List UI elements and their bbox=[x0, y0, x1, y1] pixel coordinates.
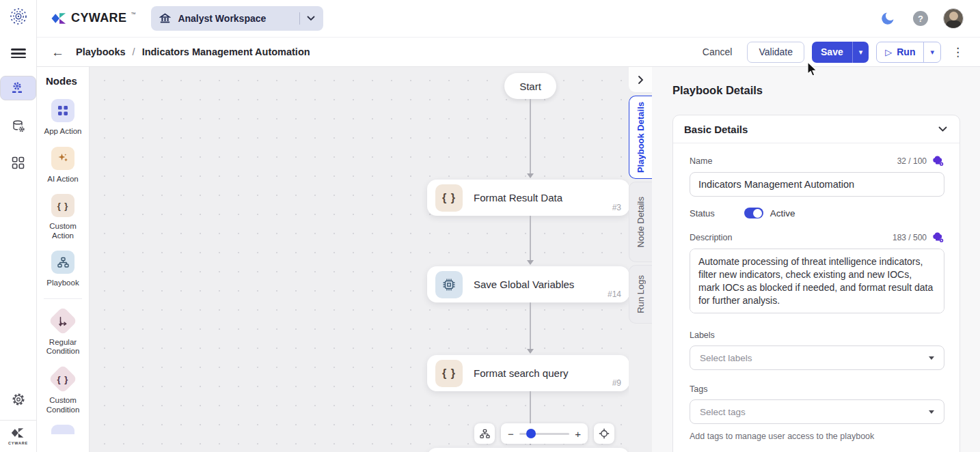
workspace-label: Analyst Workspace bbox=[178, 13, 299, 24]
edge-connector bbox=[530, 302, 531, 349]
select-caret-icon bbox=[929, 410, 934, 414]
tags-select[interactable]: Select tags bbox=[690, 399, 944, 424]
fit-view-button[interactable] bbox=[594, 423, 614, 444]
status-toggle[interactable] bbox=[744, 208, 763, 218]
help-icon[interactable]: ? bbox=[910, 8, 931, 29]
canvas-node-format-search-query[interactable]: { } Format search query #9 bbox=[427, 355, 629, 391]
select-caret-icon bbox=[929, 356, 934, 360]
labels-placeholder: Select labels bbox=[700, 353, 752, 363]
status-label: Status bbox=[690, 208, 715, 218]
palette-item-ai-action[interactable]: AI Action bbox=[40, 147, 86, 184]
nodes-palette: Nodes App Action bbox=[37, 67, 90, 452]
palette-item-label: App Action bbox=[44, 127, 82, 137]
playbook-details-panel: Playbook Details Basic Details Name 32 /… bbox=[652, 67, 980, 452]
tab-run-logs[interactable]: Run Logs bbox=[629, 265, 652, 324]
tags-helper-text: Add tags to manage user access to the pl… bbox=[690, 432, 944, 441]
side-tabstrip: Playbook Details Node Details Run Logs bbox=[629, 67, 652, 452]
status-value: Active bbox=[770, 208, 795, 218]
user-avatar[interactable] bbox=[943, 8, 964, 29]
workspace-selector[interactable]: Analyst Workspace bbox=[151, 6, 323, 31]
zoom-out-button[interactable]: − bbox=[508, 429, 514, 439]
labels-select[interactable]: Select labels bbox=[690, 345, 944, 370]
save-button[interactable]: Save bbox=[812, 46, 852, 57]
more-options-kebab-icon[interactable]: ⋮ bbox=[949, 45, 966, 59]
palette-item-app-action[interactable]: App Action bbox=[40, 99, 86, 137]
playbook-hierarchy-icon bbox=[51, 251, 74, 274]
play-icon: ▷ bbox=[885, 47, 892, 57]
canvas-node-partial[interactable] bbox=[427, 448, 629, 452]
edge-connector bbox=[530, 216, 531, 260]
basic-details-accordion-header[interactable]: Basic Details bbox=[673, 115, 959, 143]
name-label: Name bbox=[690, 156, 712, 166]
zoom-slider-track[interactable] bbox=[519, 433, 569, 435]
edge-arrowhead bbox=[527, 349, 534, 354]
run-button[interactable]: ▷ Run bbox=[877, 46, 923, 57]
brand-name: CYWARE bbox=[71, 11, 126, 25]
name-input[interactable] bbox=[690, 172, 944, 197]
tab-node-details[interactable]: Node Details bbox=[629, 182, 652, 262]
hamburger-menu-icon[interactable] bbox=[11, 46, 26, 61]
braces-icon: { } bbox=[435, 360, 463, 387]
brand-trademark: ™ bbox=[131, 12, 135, 16]
braces-icon: { } bbox=[435, 184, 463, 212]
edge-arrowhead bbox=[527, 260, 534, 265]
zoom-slider-card: − + bbox=[501, 423, 588, 444]
node-title: Save Global Variables bbox=[474, 279, 574, 290]
sidebar-item-automation[interactable] bbox=[0, 76, 36, 100]
canvas-controls: − + bbox=[474, 423, 614, 444]
node-title: Format search query bbox=[474, 367, 568, 379]
run-split-button[interactable]: ▷ Run ▾ bbox=[876, 42, 941, 63]
collapse-panel-chevron-icon[interactable] bbox=[629, 67, 652, 93]
save-split-button[interactable]: Save ▾ bbox=[812, 42, 869, 63]
sidebar-item-apps[interactable] bbox=[8, 152, 29, 174]
zoom-in-button[interactable]: + bbox=[575, 429, 581, 439]
custom-condition-braces-icon: { } bbox=[49, 365, 77, 393]
run-label: Run bbox=[897, 46, 915, 57]
cyware-logo-mark bbox=[51, 11, 67, 27]
palette-item-custom-action[interactable]: { } Custom Action bbox=[40, 194, 86, 240]
auto-layout-button[interactable] bbox=[474, 423, 495, 444]
accordion-chevron-icon bbox=[938, 126, 947, 132]
ai-assist-icon[interactable] bbox=[932, 155, 944, 167]
chip-icon bbox=[435, 271, 463, 298]
playbook-canvas[interactable]: Start { } Format Result Data #3 Save bbox=[90, 67, 629, 452]
canvas-node-format-result-data[interactable]: { } Format Result Data #3 bbox=[427, 180, 629, 216]
palette-item-custom-condition[interactable]: { } Custom Condition bbox=[40, 367, 86, 414]
node-title: Format Result Data bbox=[474, 192, 562, 203]
dark-mode-moon-icon[interactable] bbox=[877, 8, 898, 29]
left-rail: CYWARE bbox=[0, 0, 37, 452]
breadcrumb-separator: / bbox=[133, 46, 135, 57]
save-caret-icon[interactable]: ▾ bbox=[852, 42, 869, 63]
ai-action-sparkles-icon bbox=[51, 147, 74, 170]
validate-button[interactable]: Validate bbox=[747, 42, 804, 63]
cyware-logo: CYWARE ™ bbox=[51, 11, 135, 27]
palette-item-label: Custom Action bbox=[40, 222, 86, 240]
breadcrumb: Playbooks / Indicators Management Automa… bbox=[76, 46, 310, 57]
palette-item-regular-condition[interactable]: Regular Condition bbox=[40, 309, 86, 356]
palette-item-partial[interactable] bbox=[40, 425, 86, 434]
section-title: Basic Details bbox=[684, 124, 748, 135]
node-id: #14 bbox=[608, 289, 621, 299]
run-caret-icon[interactable]: ▾ bbox=[923, 42, 940, 62]
settings-gear-icon[interactable] bbox=[8, 389, 29, 410]
chevron-down-icon bbox=[307, 16, 315, 21]
zoom-slider-thumb[interactable] bbox=[526, 429, 536, 438]
regular-condition-branch-icon bbox=[49, 307, 77, 335]
description-textarea[interactable]: Automate processing of threat intelligen… bbox=[690, 249, 944, 313]
breadcrumb-playbooks[interactable]: Playbooks bbox=[76, 46, 126, 57]
node-id: #9 bbox=[612, 378, 621, 388]
canvas-node-save-global-variables[interactable]: Save Global Variables #14 bbox=[427, 266, 629, 302]
ai-assist-icon[interactable] bbox=[932, 231, 944, 244]
app-action-icon bbox=[51, 99, 74, 122]
tab-playbook-details[interactable]: Playbook Details bbox=[629, 96, 652, 179]
palette-item-playbook[interactable]: Playbook bbox=[40, 251, 86, 288]
tags-label: Tags bbox=[690, 384, 707, 394]
workspace-divider bbox=[299, 12, 300, 25]
back-arrow-icon[interactable]: ← bbox=[51, 46, 64, 59]
sidebar-item-data-settings[interactable] bbox=[8, 115, 29, 137]
cancel-button[interactable]: Cancel bbox=[696, 42, 739, 63]
palette-item-label: Custom Condition bbox=[40, 396, 86, 414]
node-id: #3 bbox=[612, 203, 621, 212]
labels-label: Labels bbox=[690, 330, 715, 340]
start-node[interactable]: Start bbox=[504, 73, 556, 99]
